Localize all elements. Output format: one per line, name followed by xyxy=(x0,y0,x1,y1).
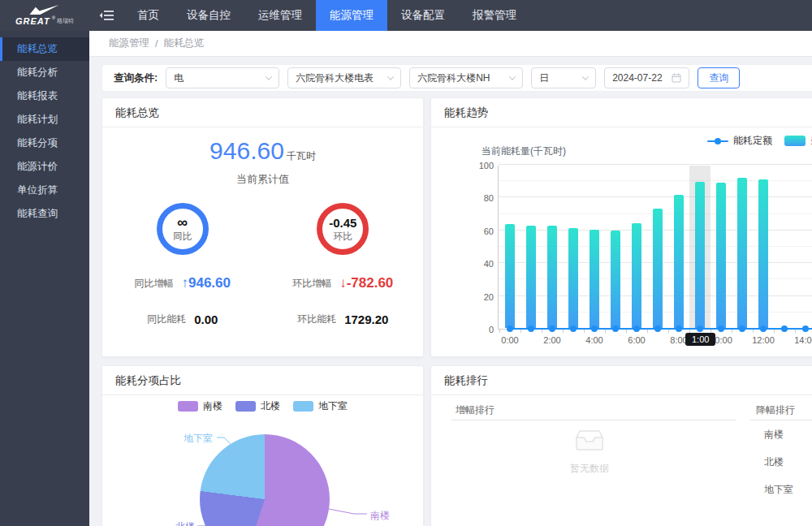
date-picker[interactable]: 2024-07-22 xyxy=(604,67,689,88)
trend-bar[interactable] xyxy=(611,231,620,328)
y-axis-tick-label: 60 xyxy=(464,226,494,236)
trend-legend: 能耗定额 当前能耗 xyxy=(707,134,812,148)
sidebar-item-pricing[interactable]: 能源计价 xyxy=(0,155,89,179)
down-arrow-icon: ↓ xyxy=(339,275,347,291)
nav-item-ops[interactable]: 运维管理 xyxy=(244,0,316,31)
quota-line-dot[interactable] xyxy=(781,326,788,332)
trend-bar[interactable] xyxy=(632,223,641,328)
legend-label: 南楼 xyxy=(203,399,222,413)
mom-energy-label: 环比能耗 xyxy=(297,313,336,326)
calendar-icon xyxy=(672,73,681,83)
x-axis-tick xyxy=(520,330,521,333)
meter-select[interactable]: 六院骨科大楼电表 xyxy=(287,67,401,88)
up-arrow-icon: ↑ xyxy=(182,275,189,291)
breadcrumb-separator: / xyxy=(155,38,158,50)
nav-item-device-auto[interactable]: 设备自控 xyxy=(173,0,244,31)
y-axis-tick-label: 80 xyxy=(464,193,494,203)
x-axis-tick xyxy=(542,330,542,333)
quota-line-dot[interactable] xyxy=(507,326,513,332)
sidebar-item-plan[interactable]: 能耗计划 xyxy=(0,108,89,132)
nav-item-home[interactable]: 首页 xyxy=(123,0,173,31)
period-value: 日 xyxy=(539,71,549,85)
panel-title: 能耗排行 xyxy=(431,366,812,395)
mom-growth-label: 环比增幅 xyxy=(292,277,331,291)
divider xyxy=(451,420,736,420)
trend-bar[interactable] xyxy=(590,230,599,328)
nav-item-energy[interactable]: 能源管理 xyxy=(316,0,387,31)
quota-line-dot[interactable] xyxy=(676,326,682,332)
x-axis-tick-label: 4:00 xyxy=(577,335,612,345)
empty-text: 暂无数据 xyxy=(570,462,609,476)
trend-bar[interactable] xyxy=(674,195,684,328)
quota-line-dot[interactable] xyxy=(591,326,598,332)
trend-bar[interactable] xyxy=(716,183,726,328)
legend-item-basement[interactable]: 地下室 xyxy=(293,399,348,413)
date-value: 2024-07-22 xyxy=(612,72,662,84)
sidebar-item-conversion[interactable]: 单位折算 xyxy=(0,179,89,202)
trend-bar[interactable] xyxy=(526,226,536,328)
quota-line-dot[interactable] xyxy=(718,326,724,332)
trend-bar[interactable] xyxy=(695,182,705,328)
quota-line-dot[interactable] xyxy=(528,326,534,332)
period-select[interactable]: 日 xyxy=(531,67,596,88)
mom-energy-value: 1729.20 xyxy=(344,313,388,326)
breadcrumb: 能源管理 / 能耗总览 xyxy=(89,31,812,57)
total-consumption-value: 946.60 xyxy=(209,137,284,164)
sidebar-item-search[interactable]: 能耗查询 xyxy=(0,202,89,226)
x-axis-tick-label: 2:00 xyxy=(534,335,570,345)
panel-title: 能耗趋势 xyxy=(431,98,812,127)
trend-bar[interactable] xyxy=(547,226,557,328)
quota-line-dot[interactable] xyxy=(612,326,619,332)
gridline xyxy=(499,164,812,165)
building-select[interactable]: 六院骨科大楼NH xyxy=(409,67,523,88)
trend-bar[interactable] xyxy=(568,228,578,328)
quota-line-dot[interactable] xyxy=(760,326,767,332)
energy-type-select[interactable]: 电 xyxy=(166,67,279,88)
pie-chart[interactable] xyxy=(200,434,330,526)
main-nav: 首页 设备自控 运维管理 能源管理 设备配置 报警管理 xyxy=(123,0,530,31)
ranking-item-south[interactable]: 南楼 xyxy=(764,428,784,442)
trend-bar[interactable] xyxy=(653,209,663,328)
sidebar-item-overview[interactable]: 能耗总览 xyxy=(0,37,89,61)
ranking-item-north[interactable]: 北楼 xyxy=(764,455,784,469)
sidebar-collapse-button[interactable] xyxy=(89,0,123,31)
panel-subentry-pie: 能耗分项占比 南楼 北楼 地下室 地下室 南楼 北楼 xyxy=(102,365,424,526)
breadcrumb-section[interactable]: 能源管理 xyxy=(109,37,149,50)
legend-item-north[interactable]: 北楼 xyxy=(235,399,280,413)
legend-label: 能耗定额 xyxy=(733,134,772,148)
x-axis-tick xyxy=(647,330,648,333)
quota-line-dot[interactable] xyxy=(697,326,703,332)
sidebar-item-subentry[interactable]: 能耗分项 xyxy=(0,132,89,155)
logo-text: GREAT xyxy=(15,16,50,26)
x-axis-tick-label: 6:00 xyxy=(619,335,654,345)
trend-bar[interactable] xyxy=(758,179,768,328)
pie-label-north: 北楼 xyxy=(175,520,195,526)
nav-item-device-config[interactable]: 设备配置 xyxy=(387,0,459,31)
quota-line-dot[interactable] xyxy=(633,326,640,332)
sidebar-item-report[interactable]: 能耗报表 xyxy=(0,84,89,108)
quota-line-dot[interactable] xyxy=(802,326,809,332)
x-axis-tick xyxy=(774,330,775,333)
search-button[interactable]: 查询 xyxy=(698,67,740,88)
legend-item-south[interactable]: 南楼 xyxy=(178,399,222,413)
trend-bar[interactable] xyxy=(737,178,747,328)
quota-line-dot[interactable] xyxy=(549,326,555,332)
query-bar: 查询条件: 电 六院骨科大楼电表 六院骨科大楼NH 日 2024-07-22 xyxy=(102,64,812,92)
quota-line-dot[interactable] xyxy=(570,326,577,332)
legend-item-current[interactable]: 当前能耗 xyxy=(784,134,812,148)
chevron-down-icon xyxy=(582,73,589,80)
x-axis-tick xyxy=(499,330,500,333)
sidebar-item-analysis[interactable]: 能耗分析 xyxy=(0,61,89,84)
x-axis-tick xyxy=(753,330,754,333)
quota-line-dot[interactable] xyxy=(654,326,661,332)
pie-label-south: 南楼 xyxy=(370,509,390,523)
ranking-item-basement[interactable]: 地下室 xyxy=(764,483,793,497)
legend-item-quota[interactable]: 能耗定额 xyxy=(707,134,772,148)
nav-item-alarm[interactable]: 报警管理 xyxy=(459,0,530,31)
mom-ring: -0.45 环比 xyxy=(317,203,369,255)
trend-bar[interactable] xyxy=(505,224,515,328)
sidebar: 能耗总览 能耗分析 能耗报表 能耗计划 能耗分项 能源计价 单位折算 能耗查询 xyxy=(0,31,89,526)
quota-line-dot[interactable] xyxy=(739,326,745,332)
yoy-column: ∞ 同比 同比增幅 ↑946.60 同比能耗 0.00 xyxy=(102,203,263,326)
swatch-icon xyxy=(235,401,256,412)
